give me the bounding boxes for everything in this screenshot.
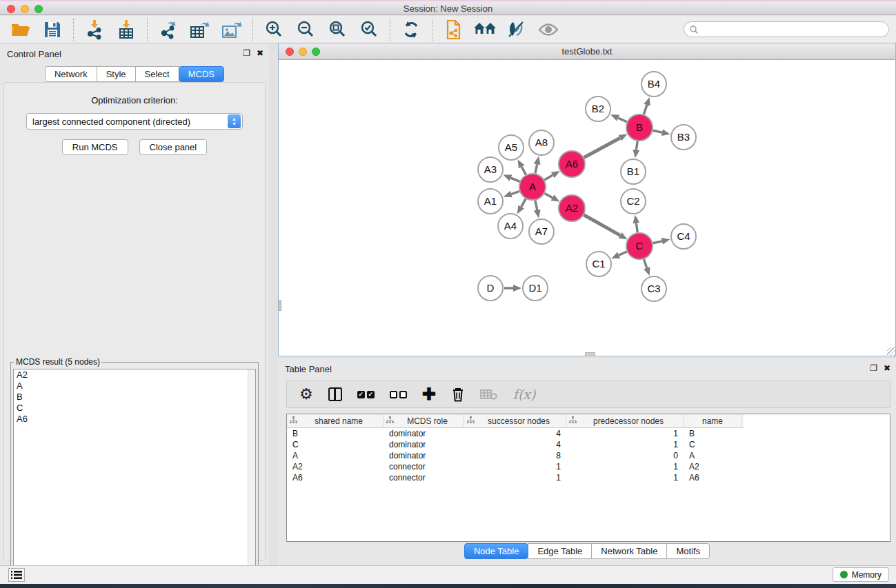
edge-A2-C[interactable] [584,215,620,236]
table-cell[interactable]: connector [384,473,464,483]
node-A3[interactable]: A3 [478,157,503,182]
export-image-icon[interactable] [219,19,244,41]
graph-nodes[interactable]: B4B2BB3A8A5A6A3B1AA1C2A2A4A7C4CC1C3DD1 [478,72,696,301]
node-B4[interactable]: B4 [641,72,666,97]
table-body[interactable]: Bdominator41BCdominator41CAdominator80AA… [287,428,890,483]
table-cell[interactable]: 8 [464,451,566,460]
table-cell[interactable]: A6 [684,473,742,483]
table-cell[interactable]: 4 [464,429,566,438]
table-cell[interactable]: C [684,440,742,449]
node-B[interactable]: B [626,114,653,141]
table-cell[interactable]: 0 [566,451,684,460]
node-A6[interactable]: A6 [559,151,585,177]
table-header[interactable]: shared nameMCDS rolesuccessor nodesprede… [287,414,744,428]
tab-select[interactable]: Select [135,66,179,82]
edge-A-A4[interactable] [521,199,526,207]
zoom-out-icon[interactable] [293,19,318,41]
node-A1[interactable]: A1 [478,189,503,214]
column-header-name[interactable]: name [684,414,742,427]
search-input[interactable] [699,25,888,34]
node-C4[interactable]: C4 [671,224,696,249]
export-network-icon[interactable] [156,19,181,41]
edge-A-A5[interactable] [521,167,526,174]
add-column-icon[interactable]: ✚ [422,384,436,405]
refresh-icon[interactable] [399,19,424,41]
memory-button[interactable]: Memory [833,567,889,582]
tab-style[interactable]: Style [97,66,136,82]
resize-handle[interactable] [887,347,895,356]
node-A8[interactable]: A8 [529,130,554,155]
table-cell[interactable]: A [287,451,384,460]
float-panel-icon[interactable]: ❐ [870,363,877,373]
table-cell[interactable]: dominator [384,451,464,460]
eye-icon[interactable] [536,19,561,41]
node-B1[interactable]: B1 [621,159,646,184]
home-icon[interactable] [472,19,497,41]
edge-A-A2[interactable] [545,194,552,198]
node-D[interactable]: D [478,276,503,301]
network-canvas[interactable]: B4B2BB3A8A5A6A3B1AA1C2A2A4A7C4CC1C3DD1 [279,61,895,356]
table-cell[interactable]: 1 [566,440,684,449]
node-B2[interactable]: B2 [586,97,610,121]
graphics-details-icon[interactable] [504,19,529,41]
tab-mcds[interactable]: MCDS [179,66,224,82]
search-field[interactable] [684,21,889,37]
tab-network-table[interactable]: Network Table [591,543,667,559]
zoom-fit-icon[interactable] [325,19,350,41]
edge-B-B2[interactable] [618,118,627,122]
result-item[interactable]: A [14,381,255,392]
save-session-icon[interactable] [40,19,65,41]
show-columns-icon[interactable] [328,384,342,405]
column-header-successor-nodes[interactable]: successor nodes [464,414,566,427]
edge-C-C3[interactable] [644,259,646,268]
edge-B-B3[interactable] [653,130,662,132]
tab-motifs[interactable]: Motifs [666,543,710,559]
edge-B-B4[interactable] [644,105,647,114]
column-header-MCDS-role[interactable]: MCDS role [384,414,464,427]
delete-column-icon[interactable] [451,384,465,405]
result-item[interactable]: A6 [14,414,255,425]
table-cell[interactable]: A2 [684,462,742,472]
criterion-dropdown[interactable]: largest connected component (directed) ▲… [26,113,243,130]
edge-B-B1[interactable] [636,141,637,150]
table-settings-icon[interactable]: ⚙ [299,384,313,405]
duplicate-network-icon[interactable] [441,19,466,41]
node-C3[interactable]: C3 [641,276,666,301]
import-network-icon[interactable] [82,19,107,41]
table-row[interactable]: A2connector11A2 [287,461,890,472]
edge-A-A8[interactable] [535,164,537,173]
table-cell[interactable]: dominator [384,429,464,438]
edge-A-A3[interactable] [511,178,520,181]
table-cell[interactable]: dominator [384,440,464,449]
edge-C-C4[interactable] [653,241,662,243]
table-cell[interactable]: A6 [287,473,384,483]
table-cell[interactable]: connector [384,462,464,472]
mcds-result-list[interactable]: A2ABCA6 [13,369,256,587]
edge-A-A6[interactable] [544,175,552,180]
open-session-icon[interactable] [8,19,33,41]
node-A4[interactable]: A4 [498,214,523,239]
node-D1[interactable]: D1 [523,276,548,301]
close-panel-icon[interactable]: ✖ [257,48,263,58]
tab-network[interactable]: Network [45,66,97,82]
node-A7[interactable]: A7 [529,219,554,244]
edge-A-A7[interactable] [535,201,537,210]
close-panel-button[interactable]: Close panel [139,139,208,155]
node-C[interactable]: C [626,233,653,259]
select-all-icon[interactable]: ✓✓ [357,384,375,405]
run-mcds-button[interactable]: Run MCDS [62,139,128,155]
bottom-grip[interactable] [585,352,595,356]
table-cell[interactable]: 1 [566,462,684,472]
float-panel-icon[interactable]: ❐ [243,48,250,58]
table-cell[interactable]: 1 [464,462,566,472]
edge-C-C1[interactable] [619,252,626,255]
node-C1[interactable]: C1 [586,252,611,276]
table-cell[interactable]: 1 [464,473,566,483]
column-header-shared-name[interactable]: shared name [287,414,384,427]
import-table-icon[interactable] [114,19,139,41]
table-cell[interactable]: 4 [464,440,566,449]
table-cell[interactable]: B [287,429,384,438]
table-cell[interactable]: 1 [566,429,684,438]
close-panel-icon[interactable]: ✖ [884,363,890,373]
table-cell[interactable]: A [684,451,742,460]
